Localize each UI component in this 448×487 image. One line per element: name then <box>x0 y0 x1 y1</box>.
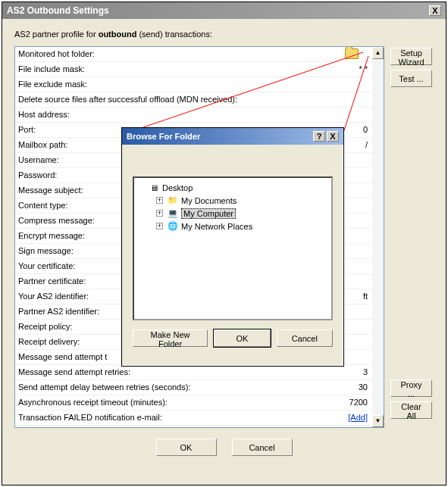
settings-row-label: Your AS2 identifier: <box>18 289 89 304</box>
settings-row-value <box>368 259 369 273</box>
scroll-down-icon[interactable]: ▼ <box>372 415 384 427</box>
settings-row-label: Host address: <box>18 108 70 122</box>
settings-row-value <box>368 198 369 213</box>
settings-row[interactable]: Transaction SUCCESS notification e-mail:… <box>15 426 372 428</box>
settings-row-value <box>368 335 369 349</box>
settings-row-label: Message subject: <box>18 183 83 198</box>
tree-node-my-network[interactable]: My Network Places <box>181 222 252 231</box>
settings-row-value: 3 <box>363 365 369 379</box>
settings-row-label: Asynchronous receipt timeout (minutes): <box>18 395 168 410</box>
settings-row[interactable]: Host address: <box>15 108 372 123</box>
browse-for-folder-dialog: Browse For Folder ? X 🖥 Desktop + 📁 My D… <box>121 127 344 367</box>
settings-row-label: Receipt delivery: <box>18 335 80 349</box>
settings-row-value <box>368 168 369 183</box>
scrollbar[interactable]: ▲ ▼ <box>372 46 384 428</box>
settings-row-value <box>368 350 369 364</box>
settings-row-label: Monitored hot folder: <box>18 47 95 61</box>
scroll-up-icon[interactable]: ▲ <box>372 47 384 59</box>
expand-icon[interactable]: + <box>156 197 163 204</box>
dialog-title: Browse For Folder <box>127 132 200 141</box>
settings-row-value: 7200 <box>349 395 369 410</box>
settings-row-label: File include mask: <box>18 62 85 76</box>
settings-row-label: Encrypt message: <box>18 229 85 243</box>
clear-all-button[interactable]: Clear All <box>390 401 432 419</box>
settings-row-value: 0 <box>363 123 369 137</box>
settings-row-label: Partner certificate: <box>18 274 86 289</box>
computer-icon: 💻 <box>167 208 179 219</box>
settings-row-label: Message send attempt retries: <box>18 365 130 379</box>
settings-row-label: File exclude mask: <box>18 77 87 92</box>
settings-row[interactable]: Delete source files after successful off… <box>15 92 372 108</box>
settings-row[interactable]: Monitored hot folder: <box>15 47 372 62</box>
cancel-button[interactable]: Cancel <box>232 439 293 456</box>
settings-row-value <box>368 183 369 198</box>
settings-row-value <box>368 274 369 289</box>
expand-icon[interactable]: + <box>156 210 163 217</box>
tree-node-my-computer[interactable]: My Computer <box>181 208 236 219</box>
settings-row-value: *.* <box>359 62 369 76</box>
folder-icon: 📁 <box>167 195 179 206</box>
settings-row-value <box>368 214 369 228</box>
make-new-folder-button[interactable]: Make New Folder <box>133 329 208 347</box>
settings-row-link[interactable]: [Add] <box>348 426 369 428</box>
settings-row-label: Password: <box>18 168 57 183</box>
settings-row[interactable]: Message send attempt retries:3 <box>15 365 372 380</box>
settings-row-value <box>368 92 369 107</box>
network-icon: 🌐 <box>167 221 179 232</box>
settings-row-value <box>368 108 369 122</box>
settings-row-label: Delete source files after successful off… <box>18 92 237 107</box>
settings-row-value <box>368 153 369 167</box>
settings-row-label: Transaction FAILED notification e-mail: <box>18 411 162 425</box>
settings-row[interactable]: File exclude mask: <box>15 77 372 92</box>
settings-row-label: Partner AS2 identifier: <box>18 304 99 319</box>
expand-icon[interactable]: + <box>156 223 163 229</box>
tree-node-my-documents[interactable]: My Documents <box>181 196 237 205</box>
settings-row-link[interactable]: [Add] <box>348 411 369 425</box>
desktop-icon: 🖥 <box>148 183 160 193</box>
settings-row[interactable]: File include mask:*.* <box>15 62 372 77</box>
dialog-help-button[interactable]: ? <box>313 131 325 142</box>
settings-row-label: Message send attempt t <box>18 350 107 364</box>
settings-row[interactable]: Send attempt delay between retries (seco… <box>15 380 372 395</box>
window-title: AS2 Outbound Settings <box>7 5 109 16</box>
settings-row-label: Sign message: <box>18 244 74 258</box>
settings-row-label: Port: <box>18 123 36 137</box>
dialog-cancel-button[interactable]: Cancel <box>277 329 333 347</box>
settings-row-value: 30 <box>359 380 369 395</box>
settings-row-label: Compress message: <box>18 214 95 228</box>
browse-folder-icon[interactable] <box>345 48 359 59</box>
ok-button[interactable]: OK <box>156 439 217 456</box>
settings-row-value: ft <box>363 289 369 304</box>
settings-row-value <box>368 304 369 319</box>
dialog-close-button[interactable]: X <box>327 131 339 142</box>
settings-row-label: Username: <box>18 153 59 167</box>
settings-row-value: / <box>365 138 369 152</box>
setup-wizard-button[interactable]: Setup Wizard <box>390 48 432 65</box>
settings-row-value <box>368 229 369 243</box>
page-description: AS2 partner profile for outbound (send) … <box>2 19 446 46</box>
tree-node-desktop[interactable]: Desktop <box>162 183 193 192</box>
settings-row-value <box>368 47 369 61</box>
test-button[interactable]: Test ... <box>390 70 432 87</box>
settings-row-value <box>368 244 369 258</box>
settings-row-value <box>368 77 369 92</box>
scroll-track[interactable] <box>372 59 384 415</box>
settings-row-label: Content type: <box>18 198 67 213</box>
folder-tree[interactable]: 🖥 Desktop + 📁 My Documents + 💻 My Comput… <box>133 176 333 320</box>
settings-row-label: Mailbox path: <box>18 138 67 152</box>
settings-row-value <box>368 320 369 334</box>
settings-row[interactable]: Transaction FAILED notification e-mail:[… <box>15 411 372 426</box>
close-button[interactable]: X <box>429 5 441 16</box>
dialog-ok-button[interactable]: OK <box>214 329 270 347</box>
proxy-button[interactable]: Proxy ... <box>390 379 432 397</box>
settings-row[interactable]: Asynchronous receipt timeout (minutes):7… <box>15 395 372 411</box>
settings-row-label: Send attempt delay between retries (seco… <box>18 380 190 395</box>
settings-row-label: Receipt policy: <box>18 320 73 334</box>
settings-row-label: Your certificate: <box>18 259 75 273</box>
settings-row-label: Transaction SUCCESS notification e-mail: <box>18 426 174 428</box>
